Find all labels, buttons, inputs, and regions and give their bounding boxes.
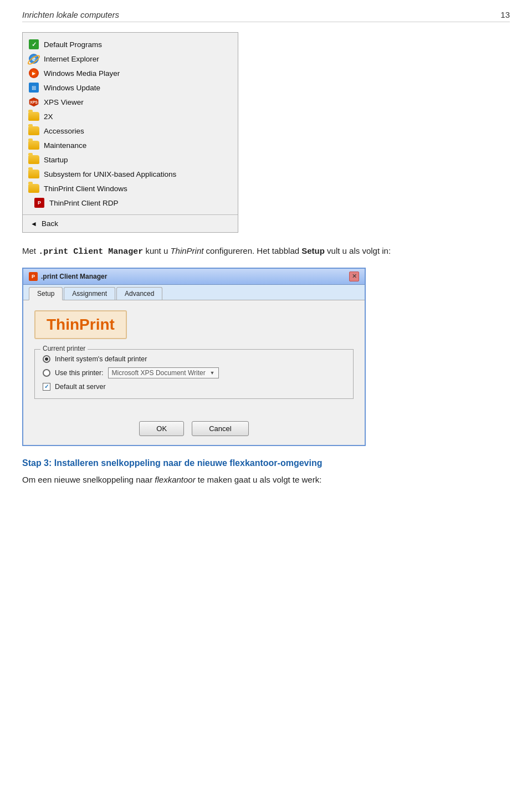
menu-item-maintenance[interactable]: Maintenance	[23, 138, 238, 152]
menu-item-startup[interactable]: Startup	[23, 152, 238, 167]
radio-use-this-input[interactable]	[43, 369, 50, 377]
groupbox-legend: Current printer	[40, 345, 88, 352]
menu-items-list: Default Programs e Internet Explorer Win…	[23, 33, 238, 214]
dialog-body: ThinPrint Current printer Inherit system…	[23, 300, 365, 416]
menu-item-2x[interactable]: 2X	[23, 109, 238, 124]
menu-item-windows-media-player[interactable]: Windows Media Player	[23, 66, 238, 80]
step3-heading: Stap 3: Installeren snelkoppeling naar d…	[22, 458, 510, 468]
menu-item-subsystem[interactable]: Subsystem for UNIX-based Applications	[23, 167, 238, 181]
intro-paragraph: Met .print Client Manager kunt u ThinPri…	[22, 245, 510, 259]
menu-item-label: ThinPrint Client RDP	[49, 199, 119, 207]
tab-setup[interactable]: Setup	[29, 287, 63, 300]
wmp-icon	[28, 68, 39, 79]
thinprint-logo: ThinPrint	[34, 310, 127, 339]
folder-2x-icon	[28, 111, 39, 122]
intro-text-part2: kunt u	[143, 246, 170, 255]
menu-item-label: Maintenance	[44, 141, 86, 150]
radio-use-this-label: Use this printer:	[55, 369, 104, 377]
start-menu-screenshot: Default Programs e Internet Explorer Win…	[22, 32, 238, 233]
step3-body-part1: Om een nieuwe snelkoppeling naar	[22, 475, 155, 484]
menu-item-label: Internet Explorer	[44, 55, 99, 63]
menu-item-label: Windows Media Player	[44, 69, 120, 78]
folder-accessories-icon	[28, 125, 39, 136]
intro-code: .print Client Manager	[38, 247, 143, 257]
menu-item-xps-viewer[interactable]: XPS XPS Viewer	[23, 95, 238, 109]
back-row[interactable]: ◄ Back	[23, 214, 238, 232]
dialog-titlebar: P .print Client Manager ✕	[23, 269, 365, 285]
dialog-screenshot: P .print Client Manager ✕ Setup Assignme…	[22, 268, 366, 446]
menu-item-label: Accessories	[44, 127, 84, 135]
menu-item-default-programs[interactable]: Default Programs	[23, 37, 238, 52]
xps-icon: XPS	[28, 96, 39, 107]
cancel-button[interactable]: Cancel	[192, 421, 248, 436]
folder-subsystem-icon	[28, 168, 39, 180]
dialog-buttons: OK Cancel	[23, 416, 365, 445]
tab-assignment[interactable]: Assignment	[64, 287, 115, 300]
menu-item-label: Startup	[44, 156, 68, 164]
menu-item-label: XPS Viewer	[44, 98, 84, 106]
folder-thinprint-icon	[28, 183, 39, 194]
svg-text:XPS: XPS	[30, 100, 38, 104]
back-arrow-icon: ◄	[30, 220, 37, 228]
thinprint-logo-text: ThinPrint	[47, 316, 115, 333]
dialog-titlebar-left: P .print Client Manager	[29, 272, 107, 281]
menu-item-label: 2X	[44, 112, 53, 121]
folder-maintenance-icon	[28, 140, 39, 151]
intro-text-part4: vult u als volgt in:	[325, 246, 391, 255]
step3-body-part2: te maken gaat u als volgt te werk:	[196, 475, 322, 484]
windows-update-icon	[28, 82, 39, 93]
page-title: Inrichten lokale computers	[22, 10, 119, 19]
back-label: Back	[42, 219, 58, 228]
dialog-close-button[interactable]: ✕	[349, 272, 359, 281]
dialog-titlebar-title: .print Client Manager	[41, 273, 107, 280]
default-programs-icon	[28, 39, 39, 50]
thinprint-icon: P	[34, 197, 45, 208]
tab-advanced[interactable]: Advanced	[116, 287, 162, 300]
dropdown-arrow-icon: ▼	[210, 370, 215, 376]
menu-item-internet-explorer[interactable]: e Internet Explorer	[23, 52, 238, 66]
ok-button[interactable]: OK	[139, 421, 184, 436]
dialog-tabs: Setup Assignment Advanced	[23, 285, 365, 300]
radio-inherit-input[interactable]	[43, 355, 50, 363]
step3-italic: flexkantoor	[155, 475, 195, 484]
intro-italic: ThinPrint	[170, 246, 203, 255]
printer-dropdown[interactable]: Microsoft XPS Document Writer ▼	[108, 367, 219, 378]
default-at-server-label: Default at server	[55, 383, 106, 391]
radio-inherit-label: Inherit system's default printer	[55, 355, 147, 363]
intro-bold: Setup	[301, 246, 325, 255]
ie-icon: e	[28, 53, 39, 64]
default-at-server-checkbox[interactable]	[43, 383, 50, 391]
radio-use-this-option[interactable]: Use this printer: Microsoft XPS Document…	[43, 367, 345, 378]
page-header: Inrichten lokale computers 13	[22, 10, 510, 22]
menu-item-label: Windows Update	[44, 84, 100, 92]
default-at-server-option[interactable]: Default at server	[43, 383, 345, 391]
radio-inherit-option[interactable]: Inherit system's default printer	[43, 355, 345, 363]
folder-startup-icon	[28, 154, 39, 165]
menu-item-label: Subsystem for UNIX-based Applications	[44, 170, 176, 178]
menu-item-label: ThinPrint Client Windows	[44, 185, 127, 193]
intro-text-part1: Met	[22, 246, 38, 255]
menu-item-thinprint-client-rdp[interactable]: P ThinPrint Client RDP	[23, 196, 238, 210]
menu-item-accessories[interactable]: Accessories	[23, 124, 238, 138]
printer-dropdown-value: Microsoft XPS Document Writer	[112, 369, 206, 377]
intro-text-part3: configureren. Het tabblad	[203, 246, 301, 255]
current-printer-groupbox: Current printer Inherit system's default…	[34, 349, 354, 399]
menu-item-thinprint-client-windows[interactable]: ThinPrint Client Windows	[23, 181, 238, 196]
dialog-titlebar-icon: P	[29, 272, 38, 281]
menu-item-windows-update[interactable]: Windows Update	[23, 80, 238, 95]
step3-body: Om een nieuwe snelkoppeling naar flexkan…	[22, 474, 510, 487]
page-number: 13	[500, 10, 510, 19]
menu-item-label: Default Programs	[44, 40, 102, 49]
